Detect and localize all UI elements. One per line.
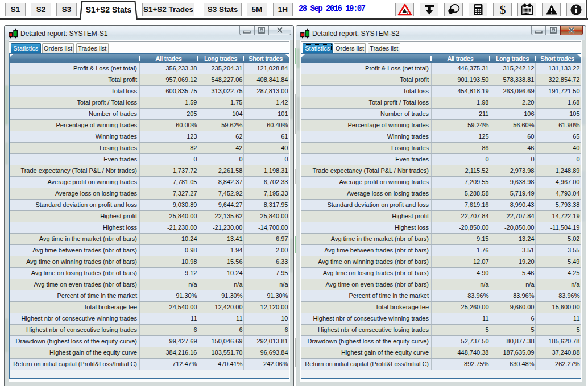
svg-text:$: $ [499, 3, 506, 16]
